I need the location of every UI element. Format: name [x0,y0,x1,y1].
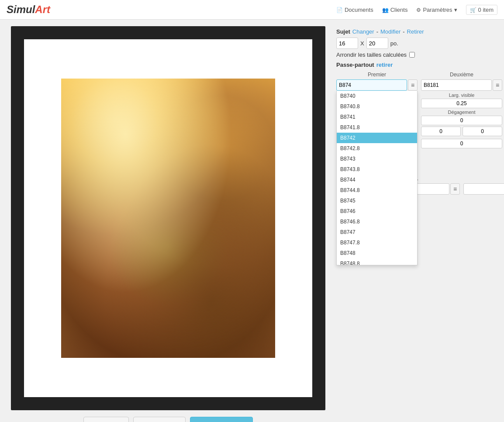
cart-badge[interactable]: 0 item [466,5,497,15]
users-icon [382,7,389,13]
pp-col-premier: Premier B8740B8740.8B8741B8741.8B8742B87… [336,72,418,150]
separator2: - [403,28,404,35]
frame-white-mat [24,39,312,397]
deuxieme-input[interactable] [421,79,492,91]
parametres-link[interactable]: Paramètres ▾ [416,7,457,13]
larg-visible-label: Larg. visible [421,93,502,98]
dropdown-item[interactable]: B8744 [337,175,417,185]
x-label: X [360,40,364,47]
separator1: - [376,28,378,35]
right-panel: Sujet Changer - Modifier - Retirer X po.… [336,26,504,422]
premier-input-group: B8740B8740.8B8741B8741.8B8742B8742.8B874… [336,79,418,91]
brand-logo[interactable]: SimulArt [7,3,50,16]
dropdown-item[interactable]: B8747.8 [337,237,417,248]
pp-col-deuxieme: Deuxième Larg. visible Dégagement [421,72,502,150]
moulure2-col-troisieme: Troisième ou filet [463,175,504,196]
dropdown-item[interactable]: B8740.8 [337,101,417,112]
moulure2-troisieme-group [463,183,504,195]
cart-count: 0 item [478,7,494,13]
changer-link[interactable]: Changer [352,28,374,35]
main-container: Agrandir Télécharger Voir sur un mur Suj… [0,20,504,422]
pp-header: Passe-partout retirer [336,62,504,68]
dropdown-item[interactable]: B8742.8 [337,143,417,154]
dropdown-item[interactable]: B8748.8 [337,258,417,265]
dropdown-item[interactable]: B8740 [337,91,417,101]
deg-left-input[interactable] [421,127,461,136]
dropdown-item[interactable]: B8748 [337,248,417,258]
gear-icon [416,7,421,13]
unit-label: po. [390,40,398,47]
frame-photo [61,79,275,358]
frame-outer [11,26,325,410]
navbar-links: Documents Clients Paramètres ▾ 0 item [336,5,497,15]
subject-label: Sujet [336,28,350,35]
dropdown-item[interactable]: B8741.8 [337,122,417,133]
premier-header: Premier [336,72,418,78]
deg-bottom-input[interactable] [421,139,502,148]
pp-columns: Premier B8740B8740.8B8741B8741.8B8742B87… [336,72,504,150]
moulure2-lines-icon [453,185,457,192]
degagement-row [421,127,502,137]
menu-lines-icon [411,82,414,89]
degagement-label: Dégagement [421,110,502,115]
arrondir-row: Arrondir les tailles calculées [336,51,504,58]
dropdown-item[interactable]: B8741 [337,112,417,122]
retirer-link[interactable]: Retirer [407,28,424,35]
pp-label: Passe-partout [336,62,374,68]
arrondir-label: Arrondir les tailles calculées [336,51,407,58]
chevron-down-icon: ▾ [454,7,457,13]
dropdown-item[interactable]: B8743.8 [337,164,417,175]
documents-link[interactable]: Documents [336,7,373,13]
dropdown-item[interactable]: B8746.8 [337,216,417,227]
premier-input[interactable] [336,79,407,91]
size-row: X po. [336,38,504,49]
dropdown-item[interactable]: B8743 [337,154,417,164]
frame-buttons: Agrandir Télécharger Voir sur un mur [83,417,253,422]
cart-icon [470,7,476,13]
dropdown-item[interactable]: B8744.8 [337,185,417,196]
degagement-input[interactable] [421,116,502,125]
subject-row: Sujet Changer - Modifier - Retirer [336,28,504,35]
larg-visible-input[interactable] [421,99,502,108]
voir-sur-mur-button[interactable]: Voir sur un mur [190,417,253,422]
moulure2-troisieme-input[interactable] [463,183,504,195]
dropdown-item[interactable]: B8746 [337,206,417,216]
moulure2-deuxieme-btn[interactable] [450,183,460,195]
premier-dropdown[interactable]: B8740B8740.8B8741B8741.8B8742B8742.8B874… [336,91,418,265]
dropdown-item[interactable]: B8747 [337,227,417,237]
deuxieme-menu-btn[interactable] [493,79,502,91]
clients-label: Clients [390,7,408,13]
arrondir-checkbox[interactable] [409,52,415,58]
documents-label: Documents [345,7,373,13]
dropdown-item[interactable]: B8742 [337,133,417,143]
height-input[interactable] [366,38,388,49]
doc-icon [336,7,343,13]
menu-lines-icon2 [496,82,499,89]
frame-area: Agrandir Télécharger Voir sur un mur [7,26,330,422]
width-input[interactable] [336,38,358,49]
moulure2-troisieme-header: Troisième ou filet [463,175,504,182]
dropdown-item[interactable]: B8745 [337,196,417,206]
navbar: SimulArt Documents Clients Paramètres ▾ … [0,0,504,20]
premier-menu-btn[interactable] [408,79,418,91]
agrandir-button[interactable]: Agrandir [83,417,129,422]
modifier-link[interactable]: Modifier [380,28,400,35]
clients-link[interactable]: Clients [382,7,408,13]
deuxieme-input-group [421,79,502,91]
pp-retirer-link[interactable]: retirer [376,62,393,68]
frame-photo-img [61,79,275,358]
deuxieme-header: Deuxième [421,72,502,78]
deg-right-input[interactable] [463,127,502,136]
parametres-label: Paramètres [423,7,452,13]
telecharger-button[interactable]: Télécharger [133,417,186,422]
